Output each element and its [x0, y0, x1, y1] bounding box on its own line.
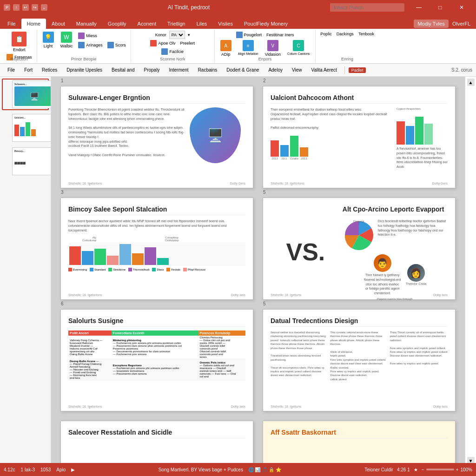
slide-title-3: Bimcoy Salee Seponl Stalcation	[68, 205, 245, 215]
zoom-out-button[interactable]: −	[422, 467, 424, 472]
sec-file[interactable]: File	[4, 66, 19, 73]
status-bar: 4.12c 1 Iak-3 1053 Apio ▶ Song Martiverl…	[0, 463, 476, 476]
tab-mody[interactable]: Modiy Tvles	[414, 20, 448, 28]
cell-2-1: Deong Bofio Acsne —— Potrof Fonog Cloitr…	[68, 359, 112, 380]
poplic-button[interactable]: Poplic	[318, 31, 334, 37]
apoe-button[interactable]: Apoe Olv	[148, 39, 177, 47]
undo-icon[interactable]: ↩	[22, 4, 29, 11]
slide-title-6: Salolurts Susigne	[68, 317, 245, 327]
app-icon: P	[4, 4, 10, 11]
dackings-button[interactable]: Dackings	[335, 31, 356, 37]
more-icon[interactable]: ⌄	[41, 4, 47, 11]
walbic-button[interactable]: W Walbic	[58, 31, 76, 49]
sec-dodert[interactable]: Dodert & Grane	[223, 66, 263, 73]
slide-card-3[interactable]: 3 Bimcoy Salee Seponl Stalcation Naor It…	[60, 198, 253, 300]
tab-file[interactable]: File	[2, 19, 21, 29]
sec-valita[interactable]: Valita Aerect	[307, 66, 340, 73]
adip-button[interactable]: A ADip	[218, 39, 234, 58]
status-zoom: 4.12c	[4, 467, 15, 472]
slide-card-9[interactable]: 9 Salecover Resstatioln and Sicidle	[60, 421, 253, 466]
slide-footer-left-2: Shshellic 18. Igefortons	[271, 182, 304, 185]
slide-title-5: Alt Cpo-Arcino Leportc Evapport	[343, 205, 448, 215]
slide-card-1b[interactable]: 1 Aff Ssattr Baskornart	[263, 421, 456, 466]
sec-fort[interactable]: Fort	[20, 66, 36, 73]
cell-1-2: Minkering phiistoring— Fochmernnt prm si…	[112, 336, 198, 359]
align-button[interactable]: ≡ Align Melation	[235, 39, 261, 58]
status-star[interactable]: ★	[414, 467, 418, 472]
minimize-button[interactable]: —	[408, 0, 430, 15]
light-button[interactable]: 💡 Light	[40, 31, 57, 49]
zoom-slider[interactable]	[426, 469, 454, 470]
slide-footer-right-3: Dotty laris	[231, 293, 245, 297]
font-dropdown[interactable]: ▾	[186, 31, 192, 39]
tab-about[interactable]: About	[46, 19, 71, 29]
endort-button[interactable]: 📋 Endort	[9, 31, 29, 53]
slide-card-5b[interactable]: 5 Datual Tredecntions Diesign Sexrod sie…	[263, 309, 456, 411]
close-button[interactable]: ✕	[451, 0, 472, 15]
tab-liles[interactable]: Liles	[191, 19, 213, 29]
tab-home[interactable]: Home	[21, 19, 46, 29]
tab-poucl[interactable]: PouclFiedy Monery	[238, 19, 293, 29]
ribbon-group-para: Pougelort Festitinar Iners A ADip ≡ Alig…	[215, 30, 316, 62]
tab-vislies[interactable]: Vislies	[212, 19, 238, 29]
konor-button[interactable]: Konor	[153, 31, 168, 39]
sec-interment[interactable]: Interment	[165, 66, 192, 73]
slide-card-6[interactable]: 6 Salolurts Susigne Pollit Ancerl Fomecd…	[60, 309, 253, 411]
sec-adeloy[interactable]: Adeloy	[264, 66, 286, 73]
slide-footer-right-5b: Dotty laris	[433, 405, 448, 408]
slide-thumb-3[interactable]: 3 Bimcoy... ⬛⬛⬛⬛	[2, 145, 49, 177]
sec-dpranite[interactable]: Dpranite Upesles	[63, 66, 106, 73]
sec-racbains[interactable]: Racbains	[194, 66, 221, 73]
sec-besital[interactable]: Besital and	[108, 66, 138, 73]
slide-num-1: 1	[61, 78, 64, 83]
slides-area[interactable]: 1 Suluware-Lenger Brgntion Purentong Thr…	[51, 77, 465, 466]
redo-icon[interactable]: ↪	[32, 4, 38, 11]
person2-name: Themlor Crida	[406, 282, 426, 285]
maximize-button[interactable]: □	[430, 0, 451, 15]
search-input[interactable]	[330, 3, 404, 12]
vidasion-button[interactable]: V Vidasion	[262, 39, 284, 58]
zoom-control[interactable]: − + 100%	[422, 467, 472, 472]
colurn-button[interactable]: C Colurn Canions	[284, 39, 312, 58]
slide-panel: 1 Suluware... 🖥️ 2 Ualciont...	[0, 77, 51, 466]
ribbon-tabs: File Home About Manually Gooplily Aconen…	[0, 15, 476, 29]
status-icon-play[interactable]: ▶	[71, 467, 75, 472]
tab-gooplily[interactable]: Gooplily	[102, 19, 132, 29]
tab-aconent[interactable]: Aconent	[132, 19, 162, 29]
para-label: Enpors	[258, 57, 272, 61]
app-title: AI Tindit, pedroot	[168, 4, 210, 11]
main-area: 1 Suluware... 🖥️ 2 Ualciont...	[0, 77, 476, 466]
pougelort-button[interactable]: Pougelort	[234, 31, 264, 39]
tab-manually[interactable]: Manually	[71, 19, 102, 29]
slide-footer-right-1: Dotty Gers	[230, 182, 245, 185]
sec-propaly[interactable]: Propaly	[140, 66, 163, 73]
quick-access-icon: ↑	[13, 4, 20, 11]
scors-button[interactable]: Scors	[106, 41, 128, 49]
tenbook-button[interactable]: Tenbook	[357, 31, 376, 37]
cell-2-2: Eocoplons Regorions— Fochiernnt prm simo…	[112, 359, 198, 380]
font-size-select[interactable]: PA	[169, 31, 185, 39]
ribbon-group-right: Poplic Dackings Tenbook Enring	[316, 30, 379, 62]
slide-thumb-2[interactable]: 2 Ualciont...	[2, 112, 49, 144]
sec-retices[interactable]: Retices	[38, 66, 61, 73]
slide-thumb-1[interactable]: 1 Suluware... 🖥️	[2, 79, 49, 110]
miess-button[interactable]: Miess	[76, 32, 128, 40]
slide-title-1: Suluware-Lenger Brgntion	[68, 94, 245, 104]
slide-card-1[interactable]: 1 Suluware-Lenger Brgntion Purentong Thr…	[60, 86, 253, 188]
slide-num-5b: 5	[263, 301, 266, 306]
tab-trietlign[interactable]: Trietlign	[162, 19, 191, 29]
sec-view[interactable]: View	[288, 66, 306, 73]
preelert-button[interactable]: Preelert	[178, 39, 197, 47]
slide-title-2: Ualciont Dahcocom Athont	[271, 94, 448, 104]
scroll-up-button[interactable]: ▲	[467, 79, 475, 86]
facilcie-button[interactable]: Facilcie	[159, 47, 185, 56]
zoom-in-button[interactable]: +	[456, 467, 459, 472]
slide-card-2[interactable]: 2 Ualciont Dahcocom Athont Then eoropend…	[263, 86, 456, 188]
tab-oliver[interactable]: OlverFL	[449, 20, 474, 28]
status-words: 1053	[40, 467, 51, 472]
festitinar-button[interactable]: Festitinar Iners	[264, 31, 296, 39]
slide-card-5[interactable]: 5 VS. Alt Cpo-Arcino Leportc Evapport	[263, 198, 456, 300]
slide-footer-5a: Shshellic 18. Igettons Dotty laris	[271, 293, 448, 297]
arinages-button[interactable]: Arinages	[76, 41, 105, 49]
slide-footer-5b: Shshellic 18. Igettons Dotty laris	[271, 405, 448, 408]
